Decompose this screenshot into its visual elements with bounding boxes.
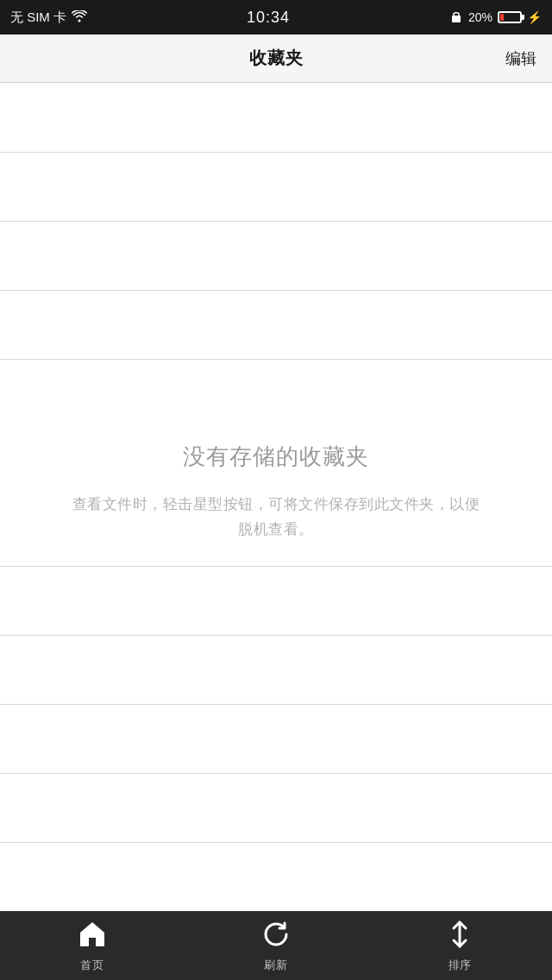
sort-icon (444, 919, 475, 954)
refresh-icon (260, 919, 292, 954)
divider-line-9 (0, 842, 552, 843)
battery-icon (498, 11, 522, 23)
lock-icon (449, 9, 463, 26)
edit-button[interactable]: 编辑 (505, 48, 536, 69)
divider-line-6 (0, 635, 552, 636)
divider-line-1 (0, 152, 552, 153)
home-icon (77, 919, 108, 954)
tab-refresh[interactable]: 刷新 (184, 919, 367, 973)
empty-title: 没有存储的收藏夹 (69, 442, 483, 472)
nav-bar: 收藏夹 编辑 (0, 35, 552, 83)
divider-line-5 (0, 566, 552, 567)
tab-home[interactable]: 首页 (0, 919, 184, 973)
nav-title: 收藏夹 (249, 47, 304, 70)
charging-icon: ⚡ (527, 10, 542, 24)
tab-sort-label: 排序 (448, 958, 472, 973)
divider-line-3 (0, 290, 552, 291)
main-content: 没有存储的收藏夹 查看文件时，轻击星型按钮，可将文件保存到此文件夹，以便脱机查看… (0, 83, 552, 911)
divider-line-7 (0, 704, 552, 705)
status-left: 无 SIM 卡 (10, 9, 87, 26)
divider-line-8 (0, 773, 552, 774)
empty-description: 查看文件时，轻击星型按钮，可将文件保存到此文件夹，以便脱机查看。 (69, 493, 483, 543)
wifi-icon (72, 10, 87, 25)
status-time: 10:34 (247, 9, 290, 27)
tab-home-label: 首页 (80, 958, 104, 973)
status-bar: 无 SIM 卡 10:34 20% ⚡ (0, 0, 552, 35)
tab-refresh-label: 刷新 (264, 958, 287, 973)
no-sim-label: 无 SIM 卡 (10, 9, 66, 26)
divider-line-2 (0, 221, 552, 222)
battery-pct: 20% (468, 10, 492, 24)
divider-line-4 (0, 359, 552, 360)
empty-state: 没有存储的收藏夹 查看文件时，轻击星型按钮，可将文件保存到此文件夹，以便脱机查看… (69, 442, 483, 543)
svg-rect-0 (452, 16, 461, 22)
tab-bar: 首页 刷新 排序 (0, 911, 552, 980)
tab-sort[interactable]: 排序 (368, 919, 552, 973)
status-right: 20% ⚡ (449, 9, 542, 26)
